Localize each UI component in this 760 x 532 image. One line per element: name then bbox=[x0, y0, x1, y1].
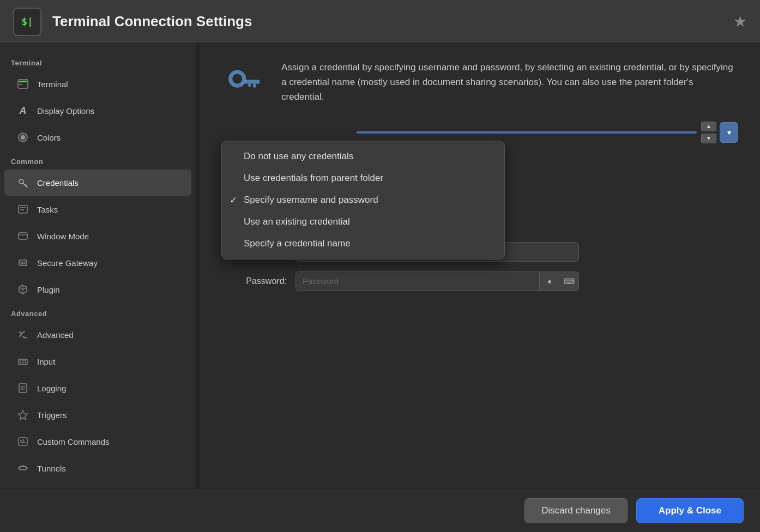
svg-rect-23 bbox=[22, 362, 24, 364]
svg-point-35 bbox=[232, 74, 242, 84]
plugin-icon bbox=[15, 282, 31, 297]
password-keypad-button[interactable]: ⌨ bbox=[559, 271, 579, 291]
dropdown-option-no-creds-label: Do not use any credentials bbox=[244, 151, 353, 161]
dropdown-option-parent-folder[interactable]: Use credentials from parent folder bbox=[222, 167, 504, 189]
password-input-wrap: ● ⌨ bbox=[295, 271, 579, 291]
svg-rect-37 bbox=[253, 84, 256, 88]
sidebar-item-input[interactable]: Input bbox=[4, 348, 191, 374]
svg-rect-18 bbox=[19, 359, 27, 365]
sidebar-item-colors-label: Colors bbox=[37, 133, 61, 142]
dropdown-option-cred-name[interactable]: Specify a credential name bbox=[222, 233, 504, 255]
sidebar-item-advanced[interactable]: Advanced bbox=[4, 322, 191, 348]
app-icon-text: $| bbox=[21, 16, 33, 27]
sidebar-item-window-mode[interactable]: Window Mode bbox=[4, 223, 191, 249]
colors-icon bbox=[15, 130, 31, 145]
password-input[interactable] bbox=[295, 271, 540, 291]
sidebar-item-terminal[interactable]: Terminal bbox=[4, 71, 191, 97]
stepper-up-button[interactable]: ▲ bbox=[701, 122, 716, 131]
main-layout: Terminal Terminal A Display Options bbox=[0, 44, 760, 488]
advanced-icon bbox=[15, 327, 31, 342]
sidebar-item-window-mode-label: Window Mode bbox=[37, 232, 89, 241]
content-area: Assign a credential by specifying userna… bbox=[200, 44, 760, 488]
svg-line-6 bbox=[23, 183, 27, 187]
svg-rect-24 bbox=[25, 362, 26, 364]
svg-point-4 bbox=[21, 135, 25, 140]
bottom-bar: Discard changes Apply & Close bbox=[0, 488, 760, 532]
dropdown-option-specify-user-pass[interactable]: Specify username and password bbox=[222, 189, 504, 211]
sidebar-item-secure-gateway[interactable]: Secure Gateway bbox=[4, 250, 191, 276]
tunnels-icon bbox=[15, 461, 31, 476]
sidebar-item-tasks[interactable]: Tasks bbox=[4, 196, 191, 222]
display-options-icon: A bbox=[15, 103, 31, 118]
terminal-icon bbox=[15, 76, 31, 92]
sidebar-item-plugin[interactable]: Plugin bbox=[4, 276, 191, 303]
sidebar: Terminal Terminal A Display Options bbox=[0, 44, 196, 488]
sidebar-item-triggers[interactable]: Triggers bbox=[4, 402, 191, 428]
sidebar-item-plugin-label: Plugin bbox=[37, 285, 60, 294]
sidebar-item-colors[interactable]: Colors bbox=[4, 124, 191, 150]
sidebar-item-tunnels-label: Tunnels bbox=[37, 464, 66, 473]
sidebar-item-input-label: Input bbox=[37, 357, 55, 366]
sidebar-item-display-options-label: Display Options bbox=[37, 106, 94, 116]
window-mode-icon bbox=[15, 228, 31, 244]
svg-rect-20 bbox=[22, 360, 24, 361]
dropdown-option-existing-cred[interactable]: Use an existing credential bbox=[222, 211, 504, 233]
sidebar-item-triggers-label: Triggers bbox=[37, 410, 67, 420]
dropdown-option-specify-user-pass-label: Specify username and password bbox=[244, 195, 378, 205]
sidebar-section-advanced: Advanced bbox=[0, 303, 196, 321]
dropdown-option-cred-name-label: Specify a credential name bbox=[244, 238, 351, 249]
dropdown-option-existing-cred-label: Use an existing credential bbox=[244, 216, 350, 227]
custom-commands-icon bbox=[15, 434, 31, 449]
credentials-icon bbox=[15, 175, 31, 190]
apply-close-button[interactable]: Apply & Close bbox=[636, 498, 744, 523]
sidebar-item-custom-commands-label: Custom Commands bbox=[37, 437, 110, 446]
app-icon: $| bbox=[13, 8, 41, 36]
svg-rect-36 bbox=[244, 80, 260, 83]
credential-dropdown-button[interactable]: ▾ bbox=[720, 122, 738, 143]
title-bar: $| Terminal Connection Settings ★ bbox=[0, 0, 760, 44]
favorite-star-icon[interactable]: ★ bbox=[733, 13, 747, 31]
dropdown-option-parent-folder-label: Use credentials from parent folder bbox=[244, 173, 383, 183]
sidebar-item-tunnels[interactable]: Tunnels bbox=[4, 455, 191, 481]
key-icon-wrap bbox=[221, 60, 265, 104]
description-block: Assign a credential by specifying userna… bbox=[221, 60, 738, 105]
svg-point-33 bbox=[19, 467, 27, 470]
sidebar-item-logging-label: Logging bbox=[37, 384, 66, 393]
svg-rect-13 bbox=[19, 260, 27, 265]
svg-rect-1 bbox=[19, 81, 27, 82]
svg-rect-8 bbox=[19, 205, 27, 213]
description-text: Assign a credential by specifying userna… bbox=[281, 60, 738, 105]
sidebar-item-credentials[interactable]: Credentials bbox=[4, 170, 191, 196]
sidebar-item-display-options[interactable]: A Display Options bbox=[4, 98, 191, 124]
svg-rect-22 bbox=[20, 362, 21, 364]
password-label: Password: bbox=[221, 276, 287, 286]
svg-rect-38 bbox=[248, 84, 251, 87]
sidebar-item-advanced-label: Advanced bbox=[37, 330, 74, 340]
discard-changes-button[interactable]: Discard changes bbox=[524, 498, 628, 523]
svg-point-15 bbox=[21, 263, 22, 264]
svg-rect-19 bbox=[20, 360, 21, 361]
svg-point-17 bbox=[24, 263, 25, 264]
svg-point-16 bbox=[22, 263, 23, 264]
sidebar-item-tasks-label: Tasks bbox=[37, 205, 58, 214]
sidebar-item-terminal-label: Terminal bbox=[37, 80, 68, 89]
sidebar-item-custom-commands[interactable]: Custom Commands bbox=[4, 428, 191, 455]
sidebar-section-common: Common bbox=[0, 151, 196, 169]
svg-marker-29 bbox=[18, 410, 28, 420]
dropdown-option-no-creds[interactable]: Do not use any credentials bbox=[222, 146, 504, 167]
stepper-down-button[interactable]: ▼ bbox=[701, 134, 716, 143]
svg-rect-11 bbox=[19, 233, 27, 239]
triggers-icon bbox=[15, 407, 31, 422]
window-title: Terminal Connection Settings bbox=[52, 13, 733, 30]
tasks-icon bbox=[15, 202, 31, 217]
secure-gateway-icon bbox=[15, 255, 31, 270]
svg-rect-21 bbox=[25, 360, 26, 361]
sidebar-item-credentials-label: Credentials bbox=[37, 178, 79, 188]
credential-dropdown-menu: Do not use any credentials Use credentia… bbox=[221, 141, 505, 259]
sidebar-item-secure-gateway-label: Secure Gateway bbox=[37, 258, 98, 268]
password-toggle-button[interactable]: ● bbox=[540, 271, 559, 291]
input-icon bbox=[15, 354, 31, 369]
key-icon bbox=[224, 62, 263, 101]
sidebar-item-logging[interactable]: Logging bbox=[4, 375, 191, 401]
sidebar-section-terminal: Terminal bbox=[0, 52, 196, 70]
